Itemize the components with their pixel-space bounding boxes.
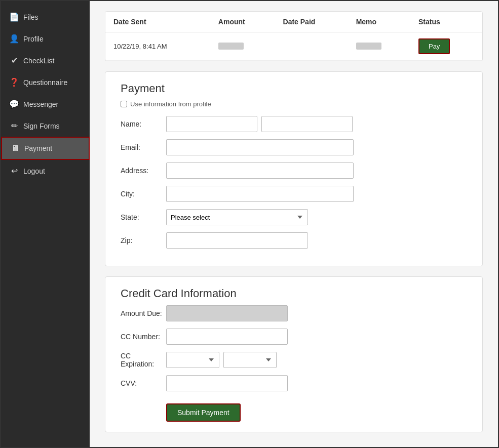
- cc-expiration-label: CC Expiration:: [121, 352, 166, 368]
- messenger-icon: 💬: [9, 99, 19, 109]
- name-label: Name:: [121, 120, 166, 128]
- amount-blurred: [218, 43, 244, 50]
- cc-title: Credit Card Information: [121, 287, 467, 300]
- table-row: 10/22/19, 8:41 AM Pay: [105, 32, 482, 61]
- sign-forms-icon: ✏: [9, 121, 19, 131]
- col-header-date-paid: Date Paid: [275, 12, 348, 32]
- cell-date-paid: [275, 32, 348, 61]
- cc-exp-inputs: 01 02 03 04 05 06 07 08 09 10 11 12: [166, 352, 277, 368]
- sidebar-item-questionnaire[interactable]: ❓ Questionnaire: [1, 71, 90, 93]
- cc-number-label: CC Number:: [121, 333, 166, 341]
- pay-button[interactable]: Pay: [418, 38, 450, 54]
- profile-icon: 👤: [9, 34, 19, 44]
- col-header-amount: Amount: [210, 12, 275, 32]
- cc-number-row: CC Number:: [121, 329, 467, 345]
- cell-status: Pay: [410, 32, 482, 61]
- logout-icon: ↩: [9, 166, 19, 176]
- questionnaire-icon: ❓: [9, 77, 19, 87]
- use-profile-label: Use information from profile: [130, 100, 211, 108]
- state-label: State:: [121, 213, 166, 221]
- credit-card-section: Credit Card Information Amount Due: CC N…: [105, 276, 483, 432]
- email-input[interactable]: [166, 139, 354, 155]
- amount-due-row: Amount Due:: [121, 305, 467, 321]
- zip-row: Zip:: [121, 232, 467, 249]
- sidebar-label-logout: Logout: [23, 167, 45, 175]
- name-last-input[interactable]: [261, 116, 353, 132]
- checklist-icon: ✔: [9, 56, 19, 65]
- col-header-memo: Memo: [348, 12, 410, 32]
- sidebar-label-messenger: Messenger: [23, 100, 58, 108]
- payment-title: Payment: [121, 82, 467, 95]
- use-profile-row: Use information from profile: [121, 100, 467, 108]
- cc-expiration-row: CC Expiration: 01 02 03 04 05 06 07 08 0…: [121, 352, 467, 368]
- payment-icon: 🖥: [10, 144, 20, 153]
- email-label: Email:: [121, 143, 166, 151]
- zip-input[interactable]: [166, 232, 308, 249]
- sidebar-label-files: Files: [23, 13, 39, 21]
- sidebar-item-sign-forms[interactable]: ✏ Sign Forms: [1, 115, 90, 137]
- city-label: City:: [121, 190, 166, 198]
- sidebar-label-payment: Payment: [24, 144, 52, 152]
- city-input[interactable]: [166, 186, 354, 202]
- sidebar-item-payment[interactable]: 🖥 Payment: [1, 137, 90, 160]
- sidebar-label-questionnaire: Questionnaire: [23, 78, 67, 87]
- cvv-row: CVV:: [121, 375, 467, 391]
- name-row: Name:: [121, 116, 467, 132]
- cell-date-sent: 10/22/19, 8:41 AM: [105, 32, 210, 61]
- cc-number-input[interactable]: [166, 329, 288, 345]
- memo-blurred: [356, 43, 381, 50]
- email-row: Email:: [121, 139, 467, 155]
- payment-section: Payment Use information from profile Nam…: [105, 71, 483, 266]
- state-select[interactable]: Please select AL AK CA FL NY TX: [166, 209, 308, 225]
- address-label: Address:: [121, 167, 166, 175]
- sidebar-label-profile: Profile: [23, 35, 44, 43]
- sidebar-item-checklist[interactable]: ✔ CheckList: [1, 50, 90, 71]
- use-profile-checkbox[interactable]: [121, 101, 127, 107]
- sidebar-label-checklist: CheckList: [23, 57, 54, 65]
- col-header-status: Status: [410, 12, 482, 32]
- cvv-input[interactable]: [166, 375, 288, 391]
- invoice-table: Date Sent Amount Date Paid Memo Status 1…: [105, 12, 482, 61]
- main-content: Date Sent Amount Date Paid Memo Status 1…: [90, 1, 498, 447]
- sidebar-item-messenger[interactable]: 💬 Messenger: [1, 93, 90, 115]
- sidebar-item-profile[interactable]: 👤 Profile: [1, 28, 90, 50]
- sidebar-item-logout[interactable]: ↩ Logout: [1, 160, 90, 182]
- address-input[interactable]: [166, 162, 354, 179]
- zip-label: Zip:: [121, 236, 166, 245]
- name-first-input[interactable]: [166, 116, 257, 132]
- name-inputs: [166, 116, 353, 132]
- city-row: City:: [121, 186, 467, 202]
- cell-amount: [210, 32, 275, 61]
- address-row: Address:: [121, 162, 467, 179]
- cvv-label: CVV:: [121, 379, 166, 387]
- sidebar-label-sign-forms: Sign Forms: [23, 122, 60, 130]
- cc-exp-year-select[interactable]: 2019 2020 2021 2022 2023 2024 2025: [223, 352, 277, 368]
- sidebar: 📄 Files 👤 Profile ✔ CheckList ❓ Question…: [1, 1, 90, 447]
- amount-due-label: Amount Due:: [121, 309, 166, 317]
- cell-memo: [348, 32, 410, 61]
- state-row: State: Please select AL AK CA FL NY TX: [121, 209, 467, 225]
- cc-exp-month-select[interactable]: 01 02 03 04 05 06 07 08 09 10 11 12: [166, 352, 219, 368]
- col-header-date-sent: Date Sent: [105, 12, 210, 32]
- files-icon: 📄: [9, 12, 19, 22]
- submit-row: Submit Payment: [166, 398, 467, 422]
- submit-payment-button[interactable]: Submit Payment: [166, 403, 241, 422]
- invoice-table-container: Date Sent Amount Date Paid Memo Status 1…: [105, 11, 483, 61]
- amount-due-input: [166, 305, 288, 321]
- sidebar-item-files[interactable]: 📄 Files: [1, 6, 90, 28]
